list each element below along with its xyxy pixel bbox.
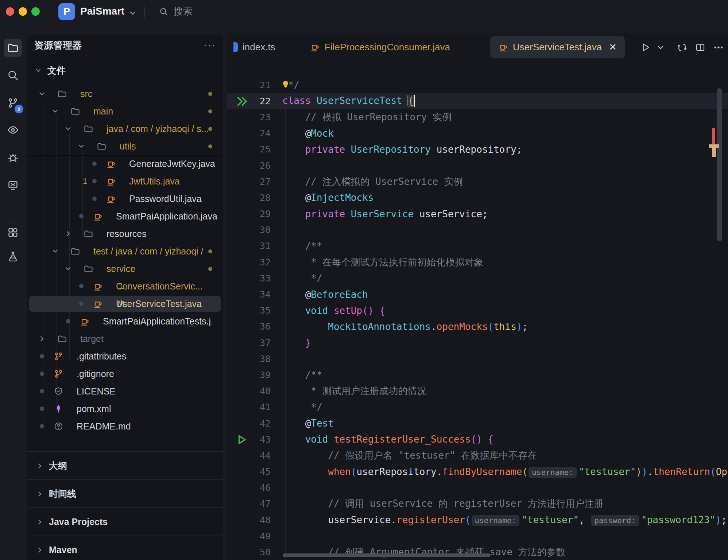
code-line-48[interactable]: 48 userService.registerUser(username:"te… bbox=[227, 512, 728, 528]
activity-item-testing[interactable] bbox=[4, 247, 22, 265]
tree-item-src[interactable]: src bbox=[27, 85, 223, 102]
code-line-36[interactable]: 36 MockitoAnnotations.openMocks(this); bbox=[227, 319, 728, 335]
split-editor-button[interactable] bbox=[692, 39, 708, 55]
tree-item-.gitignore[interactable]: .gitignore bbox=[27, 365, 223, 382]
code-line-34[interactable]: 34 @BeforeEach bbox=[227, 286, 728, 302]
code-line-40[interactable]: 40 * 测试用户注册成功的情况 bbox=[227, 383, 728, 399]
activity-item-extensions[interactable] bbox=[4, 223, 22, 241]
sidebar-section-java-projects[interactable]: Java Projects bbox=[27, 508, 223, 536]
tree-item-test-java-com-yizhaoqi-...[interactable]: test / java / com / yizhaoqi /... bbox=[27, 242, 223, 260]
code-line-44[interactable]: 44 // 假设用户名 "testuser" 在数据库中不存在 bbox=[227, 447, 728, 463]
activity-item-explorer[interactable] bbox=[4, 39, 22, 57]
open-changes-button[interactable] bbox=[674, 39, 690, 55]
tree-item-pom.xml[interactable]: pom.xml bbox=[27, 400, 223, 417]
tab-userservicetest.java[interactable]: UserServiceTest.java✕ bbox=[490, 36, 625, 58]
global-search-box[interactable]: 搜索 bbox=[159, 5, 193, 18]
chevron-down-icon[interactable] bbox=[51, 107, 59, 115]
line-number: 43 bbox=[238, 434, 271, 445]
code-line-42[interactable]: 42 @Test bbox=[227, 415, 728, 431]
code-line-45[interactable]: 45 when(userRepository.findByUsername(us… bbox=[227, 464, 728, 480]
activity-item-search[interactable] bbox=[4, 66, 22, 84]
sidebar-section-maven[interactable]: Maven bbox=[27, 536, 223, 560]
code-line-32[interactable]: 32 * 在每个测试方法执行前初始化模拟对象 bbox=[227, 254, 728, 270]
tree-item-license[interactable]: LICENSE bbox=[27, 382, 223, 400]
code-line-39[interactable]: 39 /** bbox=[227, 367, 728, 383]
tree-item-passwordutil.java[interactable]: PasswordUtil.java bbox=[27, 190, 223, 207]
tree-item-generatejwtkey.java[interactable]: GenerateJwtKey.java bbox=[27, 155, 223, 172]
activity-item-source-control[interactable]: 2 bbox=[4, 94, 22, 112]
tree-item-readme.md[interactable]: README.md bbox=[27, 417, 223, 435]
code-line-29[interactable]: 29 private UserService userService; bbox=[227, 206, 728, 222]
project-dropdown-icon[interactable] bbox=[128, 9, 137, 18]
activity-item-remote-terminal[interactable] bbox=[4, 176, 22, 194]
code-line-50[interactable]: 50 // 创建 ArgumentCaptor 来捕获 save 方法的参数 bbox=[227, 544, 728, 560]
tab-index.ts[interactable]: index.ts bbox=[233, 36, 275, 58]
chevron-down-icon[interactable] bbox=[64, 125, 72, 133]
close-window-button[interactable] bbox=[6, 7, 14, 16]
code-token bbox=[282, 450, 328, 461]
code-line-30[interactable]: 30 bbox=[227, 222, 728, 238]
run-dropdown[interactable] bbox=[656, 39, 665, 55]
tree-item-utils[interactable]: utils bbox=[27, 137, 223, 155]
code-line-46[interactable]: 46 bbox=[227, 480, 728, 496]
code-line-24[interactable]: 24 @Mock bbox=[227, 125, 728, 141]
tree-item-userservicetest.java[interactable]: UserServiceTest.javaM bbox=[27, 295, 223, 312]
zoom-window-button[interactable] bbox=[31, 7, 40, 16]
tree-item-resources[interactable]: resources bbox=[27, 225, 223, 242]
lightbulb-icon[interactable] bbox=[281, 79, 290, 89]
code-line-41[interactable]: 41 */ bbox=[227, 399, 728, 415]
tree-item-java-com-yizhaoqi-s...[interactable]: java / com / yizhaoqi / s... bbox=[27, 120, 223, 137]
sidebar-more-actions[interactable]: ··· bbox=[204, 39, 216, 51]
ide-window: P PaiSmart 搜索 2 资源管理器 ··· 文件 srcmainjava… bbox=[0, 0, 728, 560]
chevron-down-icon[interactable] bbox=[51, 247, 59, 255]
tree-item-smartpaiapplicationtests.j...[interactable]: SmartPaiApplicationTests.j... bbox=[27, 312, 223, 330]
tree-item-.gitattributes[interactable]: .gitattributes bbox=[27, 347, 223, 365]
code-line-43[interactable]: 43 void testRegisterUser_Success() { bbox=[227, 431, 728, 447]
sidebar-section-时间线[interactable]: 时间线 bbox=[27, 479, 223, 508]
activity-item-preview[interactable] bbox=[4, 121, 22, 139]
code-line-33[interactable]: 33 */ bbox=[227, 270, 728, 286]
tab-fileprocessingconsumer.java[interactable]: FileProcessingConsumer.java bbox=[310, 36, 450, 58]
code-editor[interactable]: 21 */22class UserServiceTest {23 // 模拟 U… bbox=[227, 77, 728, 560]
files-section-header[interactable]: 文件 bbox=[34, 62, 66, 79]
more-actions-button[interactable] bbox=[710, 39, 727, 55]
tree-item-main[interactable]: main bbox=[27, 102, 223, 120]
code-line-25[interactable]: 25 private UserRepository userRepository… bbox=[227, 141, 728, 158]
code-line-22[interactable]: 22class UserServiceTest { bbox=[227, 93, 728, 109]
minimize-window-button[interactable] bbox=[19, 7, 27, 16]
vertical-scrollbar[interactable] bbox=[717, 88, 722, 241]
line-number: 30 bbox=[238, 225, 271, 235]
chevron-down-icon[interactable] bbox=[38, 90, 46, 98]
code-line-23[interactable]: 23 // 模拟 UserRepository 实例 bbox=[227, 109, 728, 125]
modified-dot bbox=[208, 249, 212, 253]
project-title[interactable]: PaiSmart bbox=[80, 5, 124, 17]
tree-item-jwtutils.java[interactable]: JwtUtils.java1 bbox=[27, 172, 223, 190]
code-line-47[interactable]: 47 // 调用 userService 的 registerUser 方法进行… bbox=[227, 496, 728, 512]
chevron-down-icon[interactable] bbox=[64, 265, 72, 273]
tree-item-target[interactable]: target bbox=[27, 330, 223, 347]
code-line-26[interactable]: 26 bbox=[227, 158, 728, 174]
tree-item-smartpaiapplication.java[interactable]: SmartPaiApplication.java bbox=[27, 207, 223, 225]
code-line-38[interactable]: 38 bbox=[227, 351, 728, 367]
sidebar-section-大纲[interactable]: 大纲 bbox=[27, 451, 223, 480]
code-line-31[interactable]: 31 /** bbox=[227, 238, 728, 254]
horizontal-scrollbar[interactable] bbox=[283, 553, 491, 557]
chevron-down-icon[interactable] bbox=[77, 142, 85, 150]
code-line-28[interactable]: 28 @InjectMocks bbox=[227, 190, 728, 206]
close-tab-icon[interactable]: ✕ bbox=[609, 42, 617, 53]
activity-item-debug[interactable] bbox=[4, 148, 22, 167]
code-line-27[interactable]: 27 // 注入模拟的 UserService 实例 bbox=[227, 174, 728, 190]
code-line-35[interactable]: 35 void setUp() { bbox=[227, 303, 728, 319]
chevron-right-icon[interactable] bbox=[64, 230, 72, 238]
code-token: ( bbox=[710, 466, 716, 477]
code-token bbox=[328, 305, 334, 316]
code-line-21[interactable]: 21 */ bbox=[227, 77, 728, 93]
tree-item-label: UserServiceTest.java bbox=[116, 299, 202, 309]
code-line-49[interactable]: 49 bbox=[227, 528, 728, 544]
chevron-right-icon[interactable] bbox=[38, 335, 46, 343]
run-button[interactable] bbox=[638, 39, 654, 55]
tree-item-conversationservic...[interactable]: ConversationServic...1 bbox=[27, 277, 223, 295]
line-content: when(userRepository.findByUsername(usern… bbox=[282, 466, 727, 477]
tree-item-service[interactable]: service bbox=[27, 260, 223, 277]
code-line-37[interactable]: 37 } bbox=[227, 335, 728, 351]
